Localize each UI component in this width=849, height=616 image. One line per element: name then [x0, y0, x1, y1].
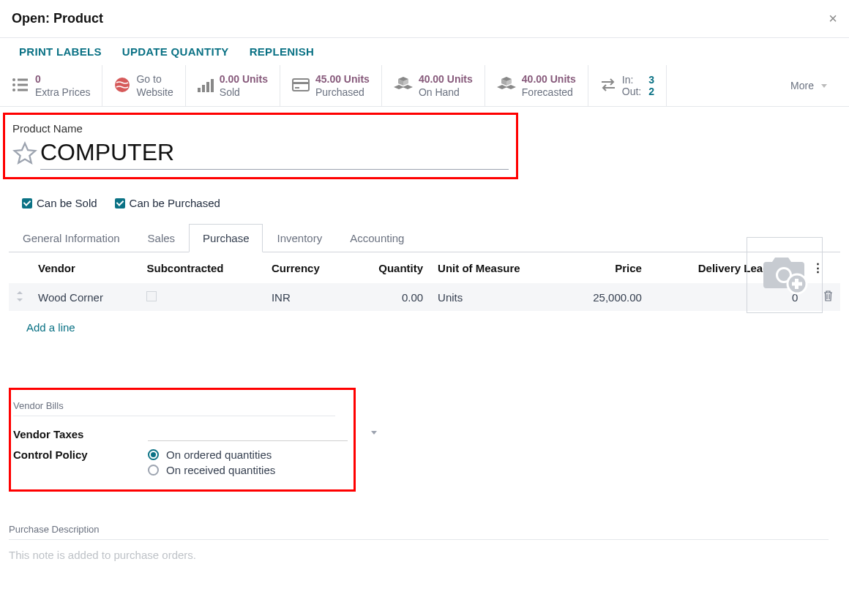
boxes-icon	[394, 77, 413, 95]
col-subcontracted[interactable]: Subcontracted	[139, 252, 263, 283]
svg-rect-12	[293, 82, 309, 84]
stat-buttons-row: 0 Extra Prices Go to Website 0.00 Units …	[0, 65, 849, 107]
cell-quantity[interactable]: 0.00	[350, 283, 430, 311]
svg-point-0	[12, 78, 15, 81]
col-quantity[interactable]: Quantity	[350, 252, 430, 283]
purchase-description-input[interactable]: This note is added to purchase orders.	[9, 549, 840, 561]
close-icon[interactable]: ×	[829, 10, 837, 27]
can-be-sold-checkbox[interactable]: Can be Sold	[22, 197, 97, 209]
go-to-website-stat[interactable]: Go to Website	[102, 65, 185, 106]
table-row[interactable]: Wood Corner INR 0.00 Units 25,000.00 0	[9, 283, 840, 311]
chevron-down-icon	[821, 84, 827, 88]
svg-rect-10	[211, 79, 214, 92]
product-name-section: Product Name	[3, 113, 518, 179]
purchased-stat[interactable]: 45.00 Units Purchased	[280, 65, 382, 106]
in-out-stat[interactable]: In: 3 Out: 2	[588, 65, 667, 106]
policy-received-radio[interactable]: On received quantities	[148, 464, 348, 476]
col-uom[interactable]: Unit of Measure	[430, 252, 563, 283]
transfer-icon	[600, 78, 616, 94]
tab-purchase[interactable]: Purchase	[189, 224, 263, 252]
boxes-icon	[497, 77, 516, 95]
drag-handle-icon[interactable]	[9, 283, 31, 311]
col-currency[interactable]: Currency	[264, 252, 350, 283]
svg-rect-5	[18, 89, 28, 91]
action-bar: PRINT LABELS UPDATE QUANTITY REPLENISH	[0, 38, 849, 65]
col-price[interactable]: Price	[563, 252, 649, 283]
vendors-table: Vendor Subcontracted Currency Quantity U…	[9, 252, 840, 311]
product-image-placeholder[interactable]	[747, 237, 823, 313]
control-policy-label: Control Policy	[13, 448, 148, 461]
tab-general-information[interactable]: General Information	[9, 224, 134, 252]
tab-sales[interactable]: Sales	[134, 224, 190, 252]
svg-rect-8	[202, 85, 205, 92]
svg-rect-3	[18, 78, 28, 80]
product-name-label: Product Name	[12, 122, 509, 135]
replenish-button[interactable]: REPLENISH	[250, 45, 315, 58]
extra-prices-stat[interactable]: 0 Extra Prices	[0, 65, 102, 106]
policy-ordered-radio[interactable]: On ordered quantities	[148, 448, 272, 461]
cell-subcontracted[interactable]	[139, 283, 263, 311]
cell-currency[interactable]: INR	[264, 283, 350, 311]
radio-unchecked-icon	[148, 465, 159, 476]
vendor-taxes-input[interactable]	[148, 427, 348, 441]
sold-stat[interactable]: 0.00 Units Sold	[186, 65, 280, 106]
col-vendor[interactable]: Vendor	[31, 252, 139, 283]
vendor-bills-section: Vendor Bills Vendor Taxes Control Policy…	[9, 388, 356, 492]
add-a-line-button[interactable]: Add a line	[9, 311, 840, 344]
checkbox-checked-icon	[22, 198, 32, 209]
purchase-description-section: Purchase Description This note is added …	[9, 524, 840, 561]
svg-rect-18	[792, 282, 802, 286]
svg-rect-7	[198, 88, 201, 92]
svg-point-1	[12, 83, 15, 86]
forecasted-stat[interactable]: 40.00 Units Forecasted	[485, 65, 588, 106]
vendor-bills-title: Vendor Bills	[13, 400, 348, 411]
cell-price[interactable]: 25,000.00	[563, 283, 649, 311]
print-labels-button[interactable]: PRINT LABELS	[19, 45, 102, 58]
modal-title: Open: Product	[12, 11, 103, 26]
bars-icon	[198, 78, 214, 94]
can-be-purchased-checkbox[interactable]: Can be Purchased	[115, 197, 220, 209]
purchase-description-title: Purchase Description	[9, 524, 840, 535]
product-name-input[interactable]	[40, 139, 509, 170]
tab-inventory[interactable]: Inventory	[263, 224, 336, 252]
list-icon	[12, 78, 29, 94]
vendor-taxes-label: Vendor Taxes	[13, 428, 148, 440]
card-icon	[292, 78, 310, 94]
radio-checked-icon	[148, 449, 159, 460]
chevron-down-icon	[371, 431, 377, 435]
svg-rect-11	[293, 79, 309, 91]
svg-point-2	[12, 89, 15, 91]
tab-accounting[interactable]: Accounting	[336, 224, 418, 252]
svg-point-6	[115, 78, 130, 92]
cell-uom[interactable]: Units	[430, 283, 563, 311]
update-quantity-button[interactable]: UPDATE QUANTITY	[122, 45, 229, 58]
star-icon[interactable]	[12, 141, 37, 168]
svg-rect-9	[206, 82, 209, 92]
tab-bar: General Information Sales Purchase Inven…	[9, 224, 840, 252]
svg-rect-13	[295, 87, 299, 89]
cell-vendor[interactable]: Wood Corner	[31, 283, 139, 311]
globe-icon	[114, 77, 130, 95]
svg-rect-4	[18, 83, 28, 86]
checkbox-checked-icon	[115, 198, 125, 209]
more-stat-button[interactable]: More	[761, 65, 849, 106]
on-hand-stat[interactable]: 40.00 Units On Hand	[382, 65, 485, 106]
